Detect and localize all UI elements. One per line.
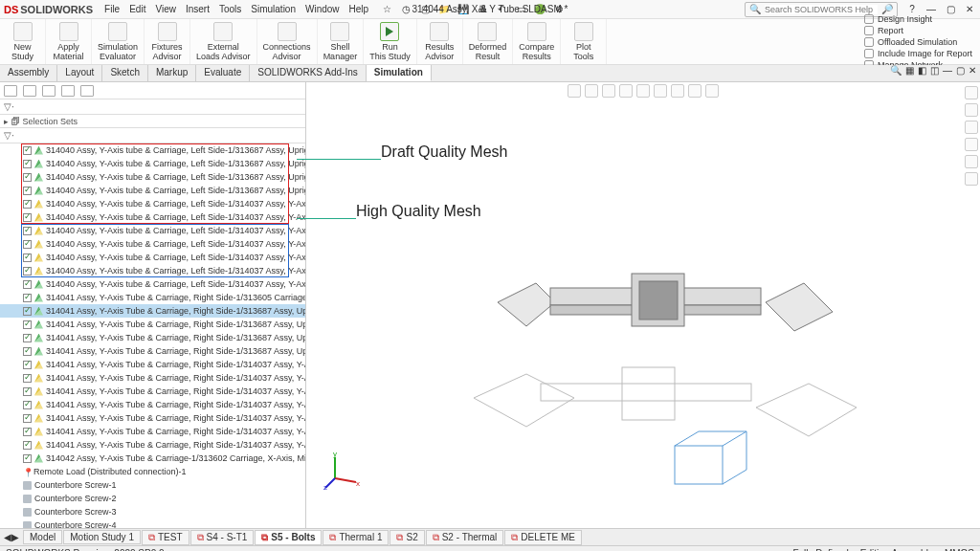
qa-icon[interactable]: ◷	[399, 3, 412, 16]
config-tab[interactable]: ⧉S2 - Thermal	[426, 530, 504, 545]
config-tab[interactable]: ⧉DELETE ME	[504, 530, 582, 545]
config-tab[interactable]: ⧉TEST	[142, 530, 189, 545]
ribbon-button[interactable]: ConnectionsAdvisor	[257, 19, 318, 64]
tree-item[interactable]: 314041 Assy, Y-Axis Tube & Carriage, Rig…	[0, 358, 305, 371]
tree-item[interactable]: 314042 Assy, Y-Axis Tube & Carriage-1/31…	[0, 452, 305, 465]
tree-item[interactable]: Counterbore Screw-1	[0, 478, 305, 492]
menu-item[interactable]: View	[155, 4, 176, 14]
ribbon-button[interactable]: RunThis Study	[364, 19, 417, 64]
menu-item[interactable]: Edit	[129, 4, 145, 14]
tree-item[interactable]: 314040 Assy, Y-Axis tube & Carriage, Lef…	[0, 277, 305, 291]
doc-min-icon[interactable]: —	[943, 65, 952, 76]
graphics-viewport[interactable]: Draft Quality Mesh High Quality Mesh	[306, 82, 980, 528]
tree-item[interactable]: Counterbore Screw-4	[0, 518, 305, 528]
config-tab[interactable]: ⧉Thermal 1	[323, 530, 389, 545]
vp-tool-icon[interactable]	[654, 84, 667, 98]
tree-item[interactable]: 314041 Assy, Y-Axis Tube & Carriage, Rig…	[0, 425, 305, 438]
task-tab-icon[interactable]	[965, 155, 978, 168]
tree-item[interactable]: 314040 Assy, Y-Axis tube & Carriage, Lef…	[0, 224, 305, 237]
ribbon-button[interactable]: PlotTools	[561, 19, 607, 64]
maximize-icon[interactable]: ▢	[944, 4, 957, 14]
command-tab[interactable]: Evaluate	[196, 65, 250, 81]
menu-item[interactable]: Window	[305, 4, 340, 14]
tree-item[interactable]: 314040 Assy, Y-Axis tube & Carriage, Lef…	[0, 157, 305, 170]
vp-tool-icon[interactable]	[585, 84, 598, 98]
command-tab[interactable]: Simulation	[367, 65, 432, 81]
command-tab[interactable]: Assembly	[0, 65, 57, 81]
task-tab-icon[interactable]	[965, 138, 978, 151]
ribbon-option[interactable]: Offloaded Simulation	[864, 37, 972, 47]
search-go-icon[interactable]: 🔎	[881, 4, 893, 14]
filter-icon[interactable]: ▽·	[0, 128, 305, 143]
tree-item[interactable]: 314041 Assy, Y-Axis Tube & Carriage, Rig…	[0, 304, 305, 318]
tree-item[interactable]: 314040 Assy, Y-Axis tube & Carriage, Lef…	[0, 210, 305, 224]
ribbon-button[interactable]: NewStudy	[0, 19, 46, 64]
ribbon-button[interactable]: ShellManager	[318, 19, 365, 64]
ribbon-button[interactable]: ApplyMaterial	[46, 19, 92, 64]
vp-tool-icon[interactable]	[705, 84, 719, 98]
tree-tab[interactable]	[42, 85, 56, 97]
command-tab[interactable]: Layout	[57, 65, 102, 81]
menu-item[interactable]: Simulation	[251, 4, 296, 14]
ribbon-button[interactable]: SimulationEvaluator	[92, 19, 145, 64]
command-tab[interactable]: SOLIDWORKS Add-Ins	[250, 65, 366, 81]
command-tab[interactable]: Sketch	[102, 65, 148, 81]
vp-tool-icon[interactable]	[619, 84, 633, 98]
vp-tool-icon[interactable]	[602, 84, 615, 98]
qa-icon[interactable]: ☆	[380, 3, 393, 16]
tree-item[interactable]: 314040 Assy, Y-Axis tube & Carriage, Lef…	[0, 170, 305, 184]
view-triad[interactable]: y x z	[323, 452, 362, 490]
config-tab[interactable]: ⧉S4 - S-T1	[190, 530, 255, 545]
command-tab[interactable]: Markup	[148, 65, 196, 81]
tree-tab[interactable]	[23, 85, 36, 97]
tree-item[interactable]: 314041 Assy, Y-Axis Tube & Carriage, Rig…	[0, 411, 305, 425]
task-tab-icon[interactable]	[965, 172, 978, 186]
config-tab[interactable]: ⧉S5 - Bolts	[255, 530, 322, 545]
vp-icon[interactable]: 🔍	[890, 65, 902, 76]
vp-tool-icon[interactable]	[671, 84, 684, 98]
menu-item[interactable]: File	[104, 4, 120, 14]
task-tab-icon[interactable]	[965, 86, 978, 99]
tree-item[interactable]: 314040 Assy, Y-Axis tube & Carriage, Lef…	[0, 264, 305, 277]
ribbon-button[interactable]: ResultsAdvisor	[417, 19, 463, 64]
tab-nav-icon[interactable]: ◀▶	[4, 532, 19, 542]
menu-item[interactable]: Tools	[219, 4, 241, 14]
tree-item[interactable]: 314041 Assy, Y-Axis Tube & Carriage, Rig…	[0, 371, 305, 385]
doc-close-icon[interactable]: ✕	[969, 65, 976, 76]
tree-tab[interactable]	[61, 85, 75, 97]
doc-max-icon[interactable]: ▢	[956, 65, 965, 76]
ribbon-button[interactable]: ExternalLoads Advisor	[190, 19, 257, 64]
tree-item[interactable]: Counterbore Screw-3	[0, 505, 305, 518]
vp-icon[interactable]: ◧	[918, 65, 926, 76]
tree-item[interactable]: 314041 Assy, Y-Axis Tube & Carriage, Rig…	[0, 398, 305, 411]
config-tab[interactable]: Motion Study 1	[63, 530, 141, 544]
ribbon-option[interactable]: Design Insight	[864, 14, 972, 24]
menu-item[interactable]: Insert	[186, 4, 210, 14]
close-icon[interactable]: ✕	[963, 4, 976, 14]
tree-item[interactable]: 314040 Assy, Y-Axis tube & Carriage, Lef…	[0, 197, 305, 210]
tree-item[interactable]: 314041 Assy, Y-Axis Tube & Carriage, Rig…	[0, 385, 305, 398]
tree-item[interactable]: 314040 Assy, Y-Axis tube & Carriage, Lef…	[0, 237, 305, 251]
ribbon-button[interactable]: DeformedResult	[463, 19, 514, 64]
config-tab[interactable]: Model	[23, 530, 62, 544]
vp-tool-icon[interactable]	[688, 84, 702, 98]
tree-item[interactable]: 314040 Assy, Y-Axis tube & Carriage, Lef…	[0, 251, 305, 264]
vp-icon[interactable]: ◫	[930, 65, 939, 76]
tree-item[interactable]: Counterbore Screw-2	[0, 492, 305, 505]
tree-item[interactable]: 314041 Assy, Y-Axis Tube & Carriage, Rig…	[0, 318, 305, 331]
ribbon-button[interactable]: FixturesAdvisor	[145, 19, 190, 64]
tree-item[interactable]: 314041 Assy, Y-Axis Tube & Carriage, Rig…	[0, 291, 305, 304]
task-tab-icon[interactable]	[965, 103, 978, 117]
tree-item[interactable]: 📍Remote Load (Distributed connection)-1	[0, 465, 305, 478]
task-tab-icon[interactable]	[965, 121, 978, 134]
ribbon-button[interactable]: CompareResults	[513, 19, 561, 64]
tree-tab[interactable]	[80, 85, 94, 97]
tree-item[interactable]: 314040 Assy, Y-Axis tube & Carriage, Lef…	[0, 143, 305, 157]
tree-header-row[interactable]: ▸ 🗐 Selection Sets	[0, 115, 305, 128]
search-input[interactable]	[765, 5, 878, 14]
tree-item[interactable]: 314041 Assy, Y-Axis Tube & Carriage, Rig…	[0, 344, 305, 358]
tree-item[interactable]: 314041 Assy, Y-Axis Tube & Carriage, Rig…	[0, 438, 305, 452]
config-tab[interactable]: ⧉S2	[390, 530, 424, 545]
vp-tool-icon[interactable]	[636, 84, 650, 98]
tree-tab[interactable]	[4, 85, 17, 97]
